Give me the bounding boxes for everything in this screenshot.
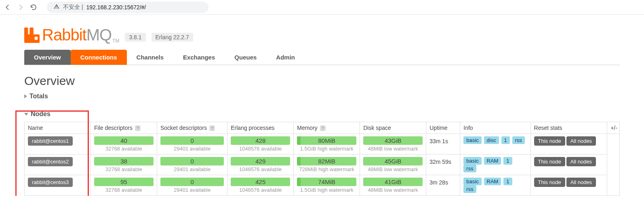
nodes-table: Name File descriptors ? Socket descripto…	[24, 122, 620, 196]
th-ep[interactable]: Erlang processes	[227, 122, 294, 134]
tab-channels[interactable]: Channels	[127, 50, 174, 65]
sd-bar: 0	[160, 157, 224, 165]
info-pill: basic	[463, 178, 481, 185]
node-name-badge[interactable]: rabbit@centos1	[28, 136, 73, 146]
back-button[interactable]	[4, 4, 11, 11]
th-reset[interactable]: Reset stats	[530, 122, 607, 134]
svg-rect-3	[35, 36, 38, 40]
reset-all-nodes-button[interactable]: All nodes	[566, 157, 596, 166]
info-pill: 1	[503, 178, 512, 185]
info-pills: basic RAM 1 rss	[463, 157, 527, 172]
ep-sub: 1048576 available	[231, 166, 290, 172]
tab-admin[interactable]: Admin	[266, 50, 305, 65]
info-pill: RAM	[484, 157, 501, 165]
reset-this-node-button[interactable]: This node	[534, 178, 565, 187]
reset-all-nodes-button[interactable]: All nodes	[566, 178, 596, 187]
logo-tm: TM	[112, 38, 119, 44]
ep-sub: 1048576 available	[231, 146, 290, 152]
node-name-badge[interactable]: rabbit@centos3	[28, 178, 73, 187]
info-pill: rss	[463, 185, 476, 193]
tab-exchanges[interactable]: Exchanges	[173, 50, 225, 65]
plusminus-cell	[607, 134, 620, 196]
fd-sub: 32768 available	[94, 166, 154, 172]
disk-bar: 45GiB	[363, 157, 423, 165]
disk-bar: 41GiB	[363, 178, 423, 186]
sd-sub: 29401 available	[160, 187, 224, 193]
mem-sub: 1.5GiB high watermark	[297, 187, 356, 193]
logo-text-mq: MQ	[86, 26, 112, 44]
help-icon[interactable]: ?	[320, 125, 326, 131]
disk-sub: 48MiB low watermark	[363, 166, 423, 172]
main-tabs: Overview Connections Channels Exchanges …	[24, 50, 620, 65]
th-uptime[interactable]: Uptime	[426, 122, 460, 134]
version-badge: 3.8.1	[125, 33, 145, 42]
url-insecure-label: 不安全 |	[63, 4, 83, 11]
info-pill: RAM	[484, 178, 501, 185]
tab-queues[interactable]: Queues	[225, 50, 266, 65]
page-title: Overview	[24, 74, 620, 88]
sd-sub: 29401 available	[160, 146, 224, 152]
info-pills: basic RAM 1 rss	[463, 178, 527, 193]
info-pill: basic	[463, 157, 481, 165]
mem-bar: 80MiB	[297, 136, 356, 145]
help-icon[interactable]: ?	[209, 125, 215, 131]
reset-this-node-button[interactable]: This node	[534, 136, 565, 146]
ep-sub: 1048576 available	[231, 187, 290, 193]
fd-bar: 40	[94, 136, 154, 145]
fd-sub: 32768 available	[94, 146, 154, 152]
forward-button[interactable]	[17, 4, 24, 11]
ep-bar: 428	[231, 136, 290, 145]
ep-bar: 429	[231, 157, 290, 165]
info-pill: 1	[501, 136, 510, 144]
th-info[interactable]: Info	[460, 122, 530, 134]
reload-button[interactable]	[30, 4, 37, 11]
th-mem[interactable]: Memory ?	[294, 122, 360, 134]
uptime-value: 3m 28s	[429, 178, 457, 186]
erlang-badge: Erlang 22.2.7	[152, 33, 193, 42]
ep-bar: 425	[231, 178, 290, 186]
table-row: rabbit@centos39532768 available029401 av…	[25, 175, 620, 196]
uptime-value: 32m 59s	[429, 157, 457, 165]
reset-all-nodes-button[interactable]: All nodes	[566, 136, 596, 146]
mem-bar: 82MiB	[297, 157, 356, 165]
mem-sub: 728MiB high watermark	[297, 166, 356, 172]
info-pill: rss	[512, 136, 525, 144]
info-pill: 1	[503, 157, 512, 165]
fd-bar: 38	[94, 157, 154, 165]
info-pill: basic	[463, 136, 481, 144]
sd-sub: 29401 available	[160, 166, 224, 172]
rabbitmq-logo[interactable]: RabbitMQTM	[24, 26, 119, 44]
section-nodes-toggle[interactable]: Nodes	[24, 108, 620, 120]
tab-connections[interactable]: Connections	[71, 50, 127, 65]
th-plusminus[interactable]: +/-	[607, 122, 620, 134]
fd-bar: 95	[94, 178, 154, 186]
logo-text-rabbit: Rabbit	[42, 26, 86, 44]
th-sd[interactable]: Socket descriptors ?	[157, 122, 227, 134]
chevron-right-icon	[24, 94, 27, 98]
th-name[interactable]: Name	[25, 122, 91, 134]
th-fd[interactable]: File descriptors ?	[91, 122, 157, 134]
info-pill: disc	[484, 136, 499, 144]
rabbitmq-logo-icon	[24, 28, 40, 43]
table-row: rabbit@centos23832768 available029401 av…	[25, 155, 620, 175]
th-disk[interactable]: Disk space	[360, 122, 426, 134]
header: RabbitMQTM 3.8.1 Erlang 22.2.7	[24, 19, 620, 50]
chevron-down-icon	[24, 113, 28, 116]
fd-sub: 32768 available	[94, 187, 154, 193]
section-nodes-label: Nodes	[31, 110, 51, 118]
section-totals-toggle[interactable]: Totals	[24, 90, 620, 102]
address-bar[interactable]: 不安全 | 192.168.2.230:15672/#/	[47, 2, 208, 13]
tab-overview[interactable]: Overview	[24, 50, 71, 65]
uptime-value: 33m 1s	[429, 136, 457, 144]
node-name-badge[interactable]: rabbit@centos2	[28, 157, 73, 166]
url-text: 192.168.2.230:15672/#/	[86, 4, 146, 11]
section-totals-label: Totals	[29, 93, 48, 100]
info-pill: rss	[463, 165, 476, 172]
info-pills: basic disc 1 rss	[463, 136, 527, 144]
help-icon[interactable]: ?	[135, 125, 141, 131]
mem-sub: 1.5GiB high watermark	[297, 146, 356, 152]
disk-bar: 43GiB	[363, 136, 423, 145]
insecure-icon	[53, 3, 60, 11]
reset-this-node-button[interactable]: This node	[534, 157, 565, 166]
table-header-row: Name File descriptors ? Socket descripto…	[25, 122, 620, 134]
